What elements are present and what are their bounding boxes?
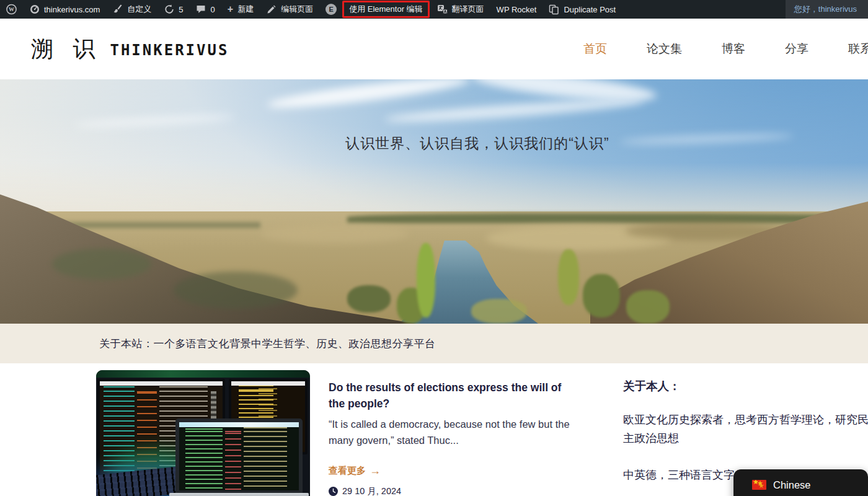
- tree-shape: [471, 299, 527, 324]
- tree-shape: [583, 274, 620, 317]
- tree-shape: [558, 249, 579, 305]
- hero-banner: 认识世界、认识自我，认识我们的“认识”: [0, 79, 868, 324]
- laptop-base: [169, 493, 309, 496]
- plus-icon: +: [228, 4, 233, 14]
- duplicate-post-menu[interactable]: Duplicate Post: [542, 0, 622, 19]
- tree-shape: [626, 290, 670, 324]
- nav-item-share[interactable]: 分享: [785, 41, 808, 57]
- logo-chinese: 溯 识: [31, 34, 101, 64]
- wp-logo-menu[interactable]: W: [0, 0, 23, 19]
- site-tagline: 关于本站：一个多语言文化背景中学生哲学、历史、政治思想分享平台: [99, 337, 436, 351]
- elementor-edit-label: 使用 Elementor 编辑: [349, 4, 422, 15]
- site-name-label: thinkerivus.com: [44, 5, 100, 14]
- update-icon: [164, 4, 174, 15]
- laptop-code-screen: [179, 427, 299, 490]
- translate-icon: [437, 4, 448, 15]
- edit-page-menu[interactable]: 编辑页面: [260, 0, 319, 19]
- language-label: Chinese: [773, 479, 811, 491]
- post-thumbnail[interactable]: [96, 370, 310, 496]
- howdy-label: 您好，thinkerivus: [794, 4, 857, 15]
- flag-star: ★: [753, 480, 759, 486]
- site-icon: [29, 4, 40, 15]
- hero-treeline: [347, 213, 868, 223]
- read-more-label: 查看更多: [329, 465, 366, 477]
- customize-label: 自定义: [127, 4, 151, 15]
- elementor-highlight-box: 使用 Elementor 编辑: [342, 1, 429, 18]
- updates-count: 5: [179, 5, 183, 14]
- about-heading: 关于本人：: [623, 377, 868, 396]
- duplicate-post-label: Duplicate Post: [564, 5, 616, 14]
- comments-menu[interactable]: 0: [190, 0, 221, 19]
- hero-haze: [0, 79, 868, 231]
- nav-item-contact[interactable]: 联系: [848, 41, 868, 57]
- paintbrush-icon: [112, 4, 123, 15]
- nav-item-papers[interactable]: 论文集: [647, 41, 682, 57]
- edit-page-label: 编辑页面: [281, 4, 313, 15]
- pencil-icon: [266, 4, 277, 15]
- moss-patch: [174, 272, 298, 309]
- moss-patch: [52, 249, 151, 280]
- updates-menu[interactable]: 5: [157, 0, 189, 19]
- new-content-label: 新建: [237, 4, 254, 15]
- comment-bubble-icon: [196, 4, 206, 15]
- nav-item-blog[interactable]: 博客: [722, 41, 745, 57]
- arrow-right-icon: →: [370, 464, 381, 477]
- read-more-link[interactable]: 查看更多 →: [329, 464, 572, 477]
- chinese-flag-icon: ★: [752, 480, 766, 490]
- comments-count: 0: [211, 5, 215, 14]
- field-patch: [260, 224, 409, 243]
- clock-icon: [329, 487, 338, 496]
- site-header: 溯 识 THINKERIVUS 首页 论文集 博客 分享 联系: [0, 19, 868, 79]
- elementor-menu[interactable]: E 使用 Elementor 编辑: [319, 0, 430, 19]
- language-switcher[interactable]: ★ Chinese: [733, 469, 868, 496]
- wp-rocket-menu[interactable]: WP Rocket: [490, 0, 543, 19]
- laptop: [175, 418, 303, 493]
- about-line: 欧亚文化历史探索者，思考西方哲学理论，研究民主政治思想: [623, 410, 868, 448]
- site-tagline-bar: 关于本站：一个多语言文化背景中学生哲学、历史、政治思想分享平台: [0, 324, 868, 363]
- tree-shape: [347, 285, 391, 312]
- post-date-row: 29 10 月, 2024: [329, 485, 572, 496]
- logo-latin: THINKERIVUS: [110, 42, 229, 59]
- wp-rocket-label: WP Rocket: [497, 5, 537, 14]
- laptop-toolbar: [179, 422, 299, 427]
- post-title[interactable]: Do the results of elections express the …: [329, 379, 572, 412]
- post-excerpt: “It is called a democracy, because not t…: [329, 416, 572, 448]
- hero-caption: 认识世界、认识自我，认识我们的“认识”: [43, 134, 868, 153]
- wp-admin-bar: W thinkerivus.com 自定义 5 0 + 新建 编辑页面: [0, 0, 868, 19]
- customize-menu[interactable]: 自定义: [106, 0, 157, 19]
- elementor-icon: E: [326, 4, 337, 15]
- monitor-menubar: [231, 381, 305, 386]
- monitor-menubar: [100, 381, 223, 386]
- post-summary: Do the results of elections express the …: [329, 379, 572, 496]
- post-date: 29 10 月, 2024: [342, 485, 401, 496]
- site-logo[interactable]: 溯 识 THINKERIVUS: [31, 34, 229, 64]
- tree-shape: [417, 243, 435, 317]
- wordpress-logo-icon: W: [6, 4, 17, 15]
- translate-page-label: 翻译页面: [452, 4, 484, 15]
- site-name-menu[interactable]: thinkerivus.com: [23, 0, 106, 19]
- howdy-account-menu[interactable]: 您好，thinkerivus: [786, 0, 868, 19]
- thumb-green-glow: [96, 370, 310, 378]
- nav-item-home[interactable]: 首页: [583, 41, 607, 57]
- svg-text:W: W: [9, 6, 14, 12]
- translate-page-menu[interactable]: 翻译页面: [431, 0, 490, 19]
- new-content-menu[interactable]: + 新建: [221, 0, 260, 19]
- duplicate-pages-icon: [549, 4, 559, 15]
- main-navigation: 首页 论文集 博客 分享 联系: [583, 41, 868, 57]
